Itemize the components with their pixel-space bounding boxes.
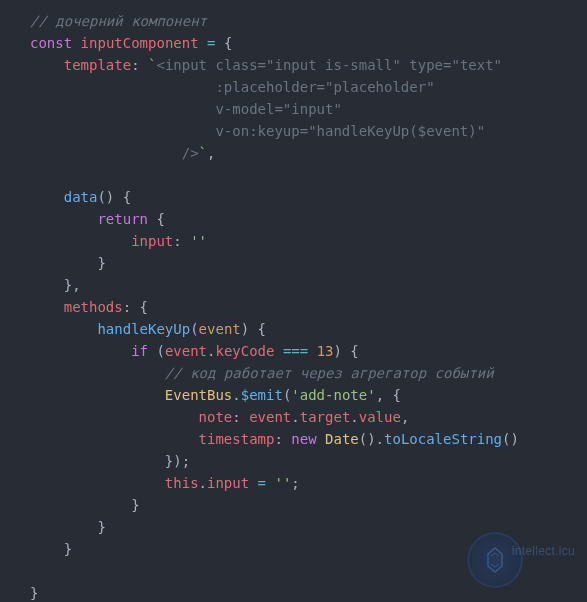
line: v-model="input": [30, 101, 342, 117]
watermark-text: intellect.icu: [512, 540, 575, 562]
line: input: '': [30, 233, 207, 249]
line: EventBus.$emit('add-note', {: [30, 387, 401, 403]
line: data() {: [30, 189, 131, 205]
line: this.input = '';: [30, 475, 300, 491]
line: handleKeyUp(event) {: [30, 321, 266, 337]
line: v-on:keyup="handleKeyUp($event)": [30, 123, 485, 139]
line: timestamp: new Date().toLocaleString(): [30, 431, 519, 447]
line: note: event.target.value,: [30, 409, 409, 425]
line: return {: [30, 211, 165, 227]
line: }: [30, 585, 38, 601]
line: });: [30, 453, 190, 469]
line: }: [30, 497, 140, 513]
line: },: [30, 277, 81, 293]
line: }: [30, 519, 106, 535]
line: :placeholder="placeholder": [30, 79, 435, 95]
comment-top: // дочерний компонент: [30, 13, 207, 29]
line: // код работает через агрегатор событий: [30, 365, 494, 381]
comment-inner: // код работает через агрегатор событий: [165, 365, 494, 381]
line: />`,: [30, 145, 215, 161]
line: // дочерний компонент: [30, 13, 207, 29]
line: methods: {: [30, 299, 148, 315]
brain-logo-icon: [480, 545, 510, 575]
line: const inputComponent = {: [30, 35, 232, 51]
line: }: [30, 541, 72, 557]
code-block: // дочерний компонент const inputCompone…: [0, 0, 587, 602]
line: template: `<input class="input is-small"…: [30, 57, 502, 73]
line: if (event.keyCode === 13) {: [30, 343, 359, 359]
line: }: [30, 255, 106, 271]
